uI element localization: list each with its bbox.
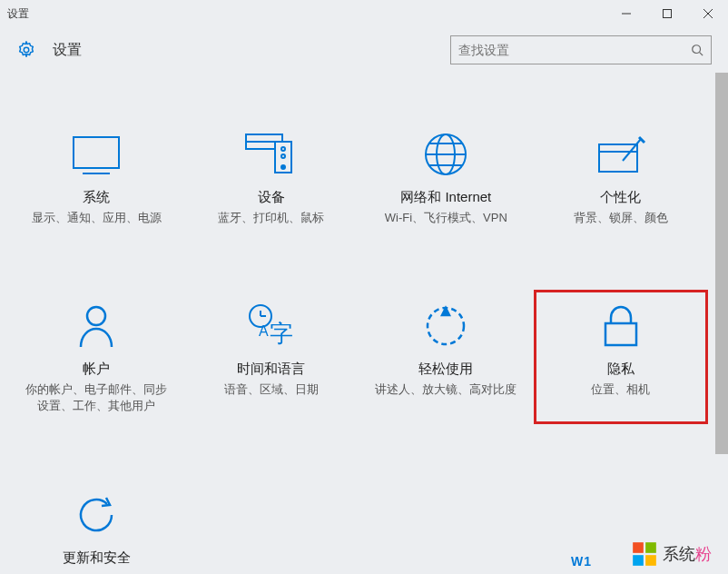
tile-ease-of-access[interactable]: 轻松使用 讲述人、放大镜、高对比度 — [359, 290, 534, 423]
tile-desc: 蓝牙、打印机、鼠标 — [218, 210, 324, 226]
globe-icon — [422, 127, 469, 182]
tiles-grid: 系统 显示、通知、应用、电源 设备 蓝牙、打印机、鼠标 网络和 Int — [0, 73, 717, 574]
tile-title: 网络和 Internet — [400, 189, 491, 206]
maximize-button[interactable] — [646, 0, 687, 27]
svg-rect-20 — [599, 144, 637, 172]
svg-rect-34 — [645, 555, 656, 566]
header: 设置 — [0, 27, 728, 73]
svg-rect-31 — [633, 542, 644, 553]
content: 系统 显示、通知、应用、电源 设备 蓝牙、打印机、鼠标 网络和 Int — [0, 73, 728, 574]
tile-system[interactable]: 系统 显示、通知、应用、电源 — [9, 118, 184, 235]
tile-desc: 讲述人、放大镜、高对比度 — [375, 381, 516, 398]
tile-title: 帐户 — [83, 361, 110, 378]
tile-title: 设备 — [258, 189, 285, 206]
minimize-button[interactable] — [605, 0, 646, 27]
svg-text:A: A — [259, 323, 269, 339]
title-bar: 设置 — [0, 0, 728, 27]
windows-logo-icon — [632, 541, 657, 567]
tile-title: 轻松使用 — [418, 361, 473, 378]
svg-rect-32 — [645, 542, 656, 553]
tile-update-security[interactable]: 更新和安全 — [9, 479, 184, 574]
svg-text:字: 字 — [270, 321, 293, 347]
time-language-icon: 字 A — [246, 299, 297, 353]
svg-rect-1 — [663, 10, 671, 18]
tile-title: 隐私 — [607, 361, 635, 378]
svg-rect-30 — [605, 323, 636, 345]
tile-personalization[interactable]: 个性化 背景、锁屏、颜色 — [534, 118, 709, 235]
tile-title: 时间和语言 — [237, 361, 305, 378]
lock-icon — [602, 299, 640, 353]
search-icon — [691, 44, 703, 56]
tile-devices[interactable]: 设备 蓝牙、打印机、鼠标 — [184, 118, 359, 235]
tile-desc: 你的帐户、电子邮件、同步设置、工作、其他用户 — [25, 381, 168, 414]
tile-desc: 位置、相机 — [591, 381, 650, 398]
tile-desc: 语音、区域、日期 — [224, 381, 319, 398]
gear-icon — [16, 40, 36, 60]
ease-icon — [423, 299, 468, 353]
search-box[interactable] — [450, 35, 712, 64]
tile-privacy[interactable]: 隐私 位置、相机 — [534, 290, 709, 423]
tile-title: 个性化 — [600, 189, 641, 206]
watermark-text: 系统粉 — [663, 543, 712, 565]
svg-rect-33 — [633, 555, 644, 566]
svg-rect-7 — [74, 137, 119, 168]
tile-title: 系统 — [83, 189, 110, 206]
svg-point-12 — [281, 165, 285, 169]
watermark: 系统粉 — [632, 541, 712, 567]
watermark-prefix: W1 — [571, 554, 592, 569]
devices-icon — [244, 127, 299, 182]
svg-point-4 — [24, 47, 29, 53]
display-icon — [70, 127, 123, 182]
window-title: 设置 — [7, 6, 605, 22]
tile-desc: 背景、锁屏、颜色 — [574, 210, 668, 226]
svg-point-5 — [693, 45, 701, 54]
tile-desc: 显示、通知、应用、电源 — [32, 210, 162, 226]
update-icon — [74, 488, 119, 542]
tile-network[interactable]: 网络和 Internet Wi-Fi、飞行模式、VPN — [359, 118, 534, 235]
tile-time-language[interactable]: 字 A 时间和语言 语音、区域、日期 — [184, 290, 359, 423]
tile-title: 更新和安全 — [63, 549, 131, 567]
window-controls — [605, 0, 728, 27]
tile-accounts[interactable]: 帐户 你的帐户、电子邮件、同步设置、工作、其他用户 — [9, 290, 184, 423]
search-input[interactable] — [458, 43, 691, 57]
page-title: 设置 — [53, 41, 450, 60]
svg-point-23 — [87, 307, 105, 325]
svg-line-6 — [700, 53, 703, 56]
person-icon — [75, 299, 117, 353]
tile-desc: Wi-Fi、飞行模式、VPN — [385, 210, 507, 226]
close-button[interactable] — [687, 0, 728, 27]
paint-icon — [595, 127, 646, 182]
